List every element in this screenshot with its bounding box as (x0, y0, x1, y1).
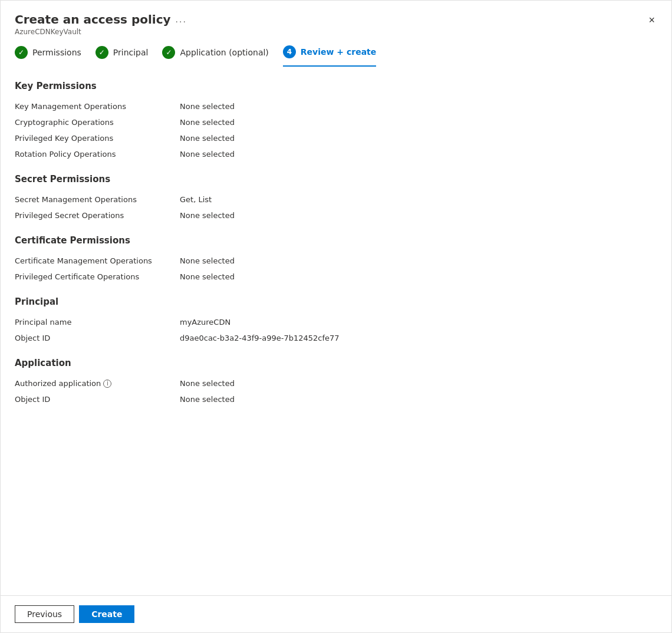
close-button[interactable]: × (646, 12, 657, 28)
dialog-title: Create an access policy ... (15, 12, 187, 27)
step-application-icon: ✓ (162, 46, 175, 59)
key-mgmt-label: Key Management Operations (15, 102, 180, 111)
secret-permissions-header: Secret Permissions (15, 174, 657, 184)
dialog-subtitle: AzureCDNKeyVault (15, 28, 187, 36)
step-application[interactable]: ✓ Application (optional) (162, 46, 268, 66)
create-access-policy-dialog: Create an access policy ... AzureCDNKeyV… (0, 0, 672, 633)
secret-mgmt-label: Secret Management Operations (15, 195, 180, 204)
dialog-footer: Previous Create (1, 595, 671, 632)
step-principal-icon: ✓ (95, 46, 108, 59)
table-row: Object ID None selected (15, 391, 657, 407)
table-row: Certificate Management Operations None s… (15, 253, 657, 269)
application-rows: Authorized application i None selected O… (15, 375, 657, 407)
title-text: Create an access policy (15, 12, 171, 27)
step-permissions-icon: ✓ (15, 46, 28, 59)
table-row: Privileged Certificate Operations None s… (15, 269, 657, 285)
principal-name-value: myAzureCDN (180, 318, 230, 327)
table-row: Authorized application i None selected (15, 375, 657, 391)
priv-cert-label: Privileged Certificate Operations (15, 272, 180, 281)
app-objectid-label: Object ID (15, 395, 180, 404)
create-button[interactable]: Create (79, 605, 134, 623)
table-row: Privileged Key Operations None selected (15, 130, 657, 146)
previous-button[interactable]: Previous (15, 605, 74, 623)
application-header: Application (15, 358, 657, 368)
table-row: Privileged Secret Operations None select… (15, 207, 657, 223)
auth-app-value: None selected (180, 379, 235, 388)
principal-header: Principal (15, 296, 657, 307)
step-review-icon: 4 (283, 45, 296, 58)
table-row: Object ID d9ae0cac-b3a2-43f9-a99e-7b1245… (15, 330, 657, 346)
step-application-label: Application (optional) (180, 48, 268, 57)
rotation-policy-label: Rotation Policy Operations (15, 150, 180, 159)
principal-name-label: Principal name (15, 318, 180, 327)
table-row: Principal name myAzureCDN (15, 314, 657, 330)
priv-cert-value: None selected (180, 272, 235, 281)
app-objectid-value: None selected (180, 395, 235, 404)
priv-secret-label: Privileged Secret Operations (15, 211, 180, 220)
step-permissions-label: Permissions (32, 48, 81, 57)
table-row: Secret Management Operations Get, List (15, 192, 657, 207)
priv-secret-value: None selected (180, 211, 235, 220)
priv-key-value: None selected (180, 134, 235, 143)
key-permissions-header: Key Permissions (15, 81, 657, 91)
title-area: Create an access policy ... AzureCDNKeyV… (15, 12, 187, 36)
secret-mgmt-value: Get, List (180, 195, 212, 204)
wizard-steps: ✓ Permissions ✓ Principal ✓ Application … (1, 36, 671, 67)
content-area: Key Permissions Key Management Operation… (1, 67, 671, 595)
table-row: Cryptographic Operations None selected (15, 114, 657, 130)
cert-mgmt-value: None selected (180, 256, 235, 265)
info-icon[interactable]: i (103, 380, 111, 388)
rotation-policy-value: None selected (180, 150, 235, 159)
step-principal-label: Principal (113, 48, 149, 57)
crypto-ops-value: None selected (180, 118, 235, 127)
principal-objectid-value: d9ae0cac-b3a2-43f9-a99e-7b12452cfe77 (180, 334, 340, 342)
auth-app-label-group: Authorized application i (15, 379, 180, 388)
table-row: Rotation Policy Operations None selected (15, 146, 657, 162)
dialog-header: Create an access policy ... AzureCDNKeyV… (1, 1, 671, 36)
crypto-ops-label: Cryptographic Operations (15, 118, 180, 127)
certificate-permissions-rows: Certificate Management Operations None s… (15, 253, 657, 285)
table-row: Key Management Operations None selected (15, 98, 657, 114)
principal-rows: Principal name myAzureCDN Object ID d9ae… (15, 314, 657, 346)
auth-app-label: Authorized application (15, 379, 101, 388)
priv-key-label: Privileged Key Operations (15, 134, 180, 143)
key-permissions-rows: Key Management Operations None selected … (15, 98, 657, 162)
certificate-permissions-header: Certificate Permissions (15, 235, 657, 246)
secret-permissions-rows: Secret Management Operations Get, List P… (15, 192, 657, 223)
principal-objectid-label: Object ID (15, 334, 180, 342)
step-review-label: Review + create (301, 47, 376, 57)
step-review[interactable]: 4 Review + create (283, 45, 376, 67)
cert-mgmt-label: Certificate Management Operations (15, 256, 180, 265)
step-principal[interactable]: ✓ Principal (95, 46, 149, 66)
title-ellipsis: ... (176, 15, 187, 24)
step-permissions[interactable]: ✓ Permissions (15, 46, 81, 66)
key-mgmt-value: None selected (180, 102, 235, 111)
